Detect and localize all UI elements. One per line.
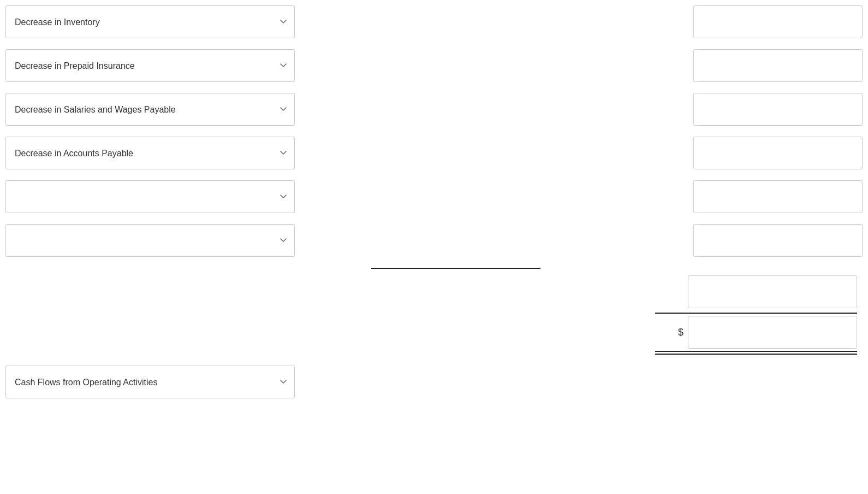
input-cell-4: [693, 137, 863, 169]
row-5: Decrease in Inventory Decrease in Prepai…: [5, 180, 863, 213]
row-4: Decrease in Inventory Decrease in Prepai…: [5, 137, 863, 169]
dropdown-cell-3: Decrease in Inventory Decrease in Prepai…: [5, 93, 295, 126]
input-cell-2: [693, 49, 863, 82]
amount-input-6[interactable]: [693, 224, 863, 257]
row-1: Decrease in Inventory Decrease in Prepai…: [5, 5, 863, 38]
dropdown-cell-6: Decrease in Inventory Decrease in Prepai…: [5, 224, 295, 257]
total-underline-bar: [655, 313, 857, 314]
amount-input-4[interactable]: [693, 137, 863, 169]
input-cell-5: [693, 180, 863, 213]
main-container: Decrease in Inventory Decrease in Prepai…: [0, 0, 868, 431]
amount-input-2[interactable]: [693, 49, 863, 82]
dropdown-cell-1: Decrease in Inventory Decrease in Prepai…: [5, 5, 295, 38]
double-underline-bar: [655, 351, 857, 355]
subtotal-row: [5, 268, 863, 270]
input-cell-3: [693, 93, 863, 126]
bottom-row: Cash Flows from Operating Activities Cas…: [5, 366, 863, 398]
amount-input-3[interactable]: [693, 93, 863, 126]
dropdown-cell-4: Decrease in Inventory Decrease in Prepai…: [5, 137, 295, 169]
amount-input-1[interactable]: [693, 5, 863, 38]
total-input-row: [688, 275, 857, 308]
dollar-sign: $: [678, 327, 683, 338]
dropdown-bottom[interactable]: Cash Flows from Operating Activities Cas…: [5, 366, 295, 398]
input-cell-6: [693, 224, 863, 257]
row-6: Decrease in Inventory Decrease in Prepai…: [5, 224, 863, 257]
input-cell-1: [693, 5, 863, 38]
dropdown-6[interactable]: Decrease in Inventory Decrease in Prepai…: [5, 224, 295, 257]
final-input[interactable]: [688, 316, 857, 349]
dropdown-5[interactable]: Decrease in Inventory Decrease in Prepai…: [5, 180, 295, 213]
dropdown-cell-bottom: Cash Flows from Operating Activities Cas…: [5, 366, 295, 398]
total-input[interactable]: [688, 275, 857, 308]
dropdown-cell-2: Decrease in Inventory Decrease in Prepai…: [5, 49, 295, 82]
subtotal-line: [371, 268, 540, 270]
dropdown-3[interactable]: Decrease in Inventory Decrease in Prepai…: [5, 93, 295, 126]
subtotal-underline: [371, 268, 540, 269]
dropdown-4[interactable]: Decrease in Inventory Decrease in Prepai…: [5, 137, 295, 169]
row-2: Decrease in Inventory Decrease in Prepai…: [5, 49, 863, 82]
row-3: Decrease in Inventory Decrease in Prepai…: [5, 93, 863, 126]
amount-input-5[interactable]: [693, 180, 863, 213]
double-underline-1: [655, 351, 857, 352]
dropdown-1[interactable]: Decrease in Inventory Decrease in Prepai…: [5, 5, 295, 38]
total-right-section: $: [5, 275, 863, 355]
dropdown-2[interactable]: Decrease in Inventory Decrease in Prepai…: [5, 49, 295, 82]
double-underline-2: [655, 354, 857, 355]
dropdown-cell-5: Decrease in Inventory Decrease in Prepai…: [5, 180, 295, 213]
dollar-sign-row: $: [678, 316, 857, 349]
